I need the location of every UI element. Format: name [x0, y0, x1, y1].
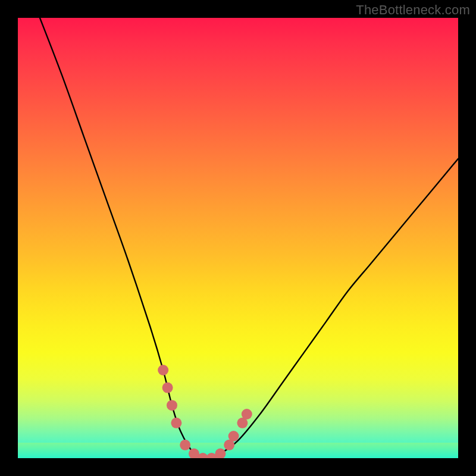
curve-marker [242, 409, 252, 419]
curve-marker [167, 400, 177, 411]
curve-markers [158, 365, 252, 458]
bottleneck-curve [40, 18, 458, 458]
watermark-text: TheBottleneck.com [356, 2, 470, 18]
curve-marker [171, 418, 181, 428]
curve-marker [215, 449, 226, 458]
chart-container: TheBottleneck.com [0, 0, 476, 476]
curve-svg [18, 18, 458, 458]
curve-marker [162, 383, 173, 393]
curve-marker [158, 365, 168, 375]
plot-area [18, 18, 458, 458]
curve-marker [228, 431, 239, 441]
curve-marker [180, 440, 190, 450]
